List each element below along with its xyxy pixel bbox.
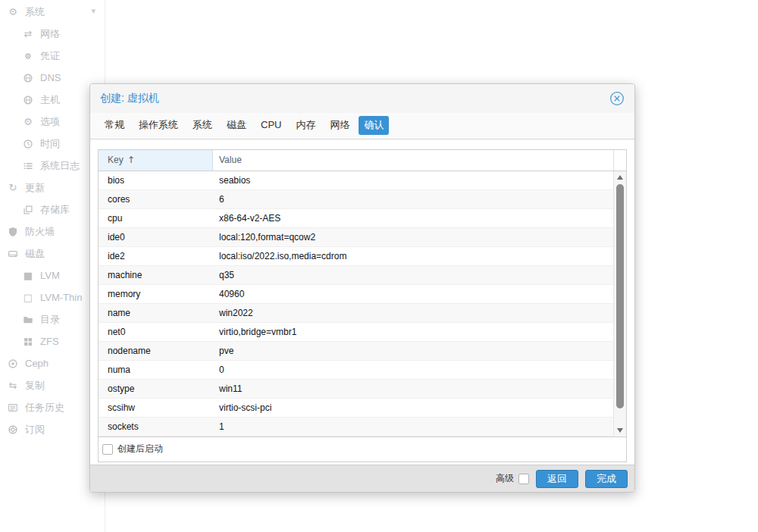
row-value: pve	[213, 346, 613, 356]
clock-icon	[21, 139, 35, 149]
create-vm-dialog: 创建: 虚拟机 常规操作系统系统磁盘CPU内存网络确认 Key ↑ Value	[89, 83, 635, 493]
sidebar-item-label: 网络	[40, 27, 60, 41]
table-row[interactable]: ide2local:iso/2022.iso,media=cdrom	[99, 247, 613, 266]
row-key: sockets	[99, 421, 213, 432]
tab-confirm[interactable]: 确认	[359, 116, 389, 135]
start-after-create-label: 创建后启动	[117, 443, 163, 455]
table-row[interactable]: biosseabios	[99, 171, 613, 190]
table-row[interactable]: cpux86-64-v2-AES	[99, 209, 613, 228]
network-swap-icon: ⇄	[21, 29, 35, 39]
tab-network[interactable]: 网络	[324, 116, 355, 135]
sidebar-item-label: DNS	[40, 72, 61, 83]
row-value: seabios	[213, 175, 613, 186]
certificate-icon	[21, 51, 35, 61]
disk-icon	[6, 249, 20, 259]
table-row[interactable]: numa0	[99, 361, 613, 380]
tab-os[interactable]: 操作系统	[133, 116, 183, 135]
grid-rows: biosseabioscores6cpux86-64-v2-AESide0loc…	[99, 171, 613, 437]
sidebar-item-label: 系统日志	[40, 159, 80, 173]
task-history-icon	[6, 402, 20, 413]
lifebuoy-icon	[6, 424, 20, 435]
grid-body: biosseabioscores6cpux86-64-v2-AESide0loc…	[99, 171, 626, 437]
tab-system[interactable]: 系统	[187, 116, 218, 135]
start-after-create-row: 创建后启动	[99, 437, 626, 462]
sidebar-item-system[interactable]: ⚙系统▾	[0, 1, 105, 23]
close-icon[interactable]	[609, 91, 625, 106]
confirm-grid-panel: Key ↑ Value biosseabioscores6cpux86-64-v…	[98, 149, 627, 462]
sidebar-item-label: 凭证	[40, 49, 60, 63]
column-header-key[interactable]: Key ↑	[99, 150, 213, 171]
row-key: net0	[99, 327, 213, 337]
copy-icon	[21, 205, 35, 215]
tab-cpu[interactable]: CPU	[255, 116, 287, 135]
sidebar-item-label: ZFS	[40, 336, 59, 347]
sidebar-item-label: 主机	[40, 93, 60, 107]
dialog-body: Key ↑ Value biosseabioscores6cpux86-64-v…	[90, 139, 634, 465]
table-row[interactable]: scsihwvirtio-scsi-pci	[99, 399, 613, 418]
row-value: 40960	[213, 289, 613, 299]
sidebar-item-label: 任务历史	[25, 401, 64, 415]
grid-header: Key ↑ Value	[99, 150, 626, 171]
table-row[interactable]: nodenamepve	[99, 342, 613, 361]
table-row[interactable]: namewin2022	[99, 304, 613, 323]
dialog-header: 创建: 虚拟机	[90, 84, 634, 113]
sidebar-item-label: 目录	[40, 313, 60, 327]
chevron-down-icon: ▾	[91, 7, 96, 15]
sidebar-item-label: 时间	[40, 137, 60, 151]
table-row[interactable]: cores6	[99, 190, 613, 209]
finish-button[interactable]: 完成	[585, 470, 628, 488]
table-row[interactable]: memory40960	[99, 285, 613, 304]
replication-icon: ⇆	[6, 380, 20, 390]
row-key: ide0	[99, 232, 213, 243]
grid-icon	[21, 336, 35, 347]
vertical-scrollbar[interactable]	[613, 171, 626, 437]
table-row[interactable]: ostypewin11	[99, 380, 613, 399]
scrollbar-thumb[interactable]	[616, 184, 624, 408]
row-value: 6	[213, 194, 613, 205]
row-value: local:120,format=qcow2	[213, 232, 613, 243]
sidebar-item-label: LVM-Thin	[40, 292, 82, 303]
row-key: ide2	[99, 251, 213, 261]
dialog-tabbar: 常规操作系统系统磁盘CPU内存网络确认	[90, 113, 634, 139]
sidebar-item-network[interactable]: ⇄网络	[0, 23, 105, 45]
row-key: scsihw	[99, 402, 213, 413]
table-row[interactable]: machineq35	[99, 266, 613, 285]
column-value-label: Value	[219, 155, 242, 165]
sidebar-item-label: 防火墙	[25, 225, 55, 239]
tab-disks[interactable]: 磁盘	[221, 116, 252, 135]
square-filled-icon: ■	[21, 271, 35, 280]
grid-header-spacer	[613, 150, 626, 171]
row-value: win11	[213, 383, 613, 394]
table-row[interactable]: net0virtio,bridge=vmbr1	[99, 323, 613, 342]
column-header-value[interactable]: Value	[213, 150, 613, 171]
scroll-down-icon[interactable]	[617, 428, 623, 433]
table-row[interactable]: ide0local:120,format=qcow2	[99, 228, 613, 247]
tab-general[interactable]: 常规	[99, 116, 130, 135]
sidebar-item-certificates[interactable]: 凭证	[0, 45, 105, 67]
folder-icon	[21, 315, 35, 325]
row-value: q35	[213, 270, 613, 280]
row-key: memory	[99, 289, 213, 299]
row-value: 0	[213, 365, 613, 375]
back-button[interactable]: 返回	[536, 470, 578, 488]
square-outline-icon: □	[21, 293, 35, 302]
row-key: machine	[99, 270, 213, 280]
globe-icon	[21, 95, 35, 105]
advanced-checkbox[interactable]	[518, 474, 529, 484]
sidebar-item-label: 选项	[40, 115, 60, 129]
row-key: cpu	[99, 213, 213, 224]
tab-memory[interactable]: 内存	[290, 116, 321, 135]
scroll-up-icon[interactable]	[617, 175, 623, 180]
start-after-create-checkbox[interactable]	[102, 444, 113, 455]
row-value: virtio,bridge=vmbr1	[213, 327, 613, 337]
ceph-icon	[6, 358, 20, 369]
row-key: cores	[99, 194, 213, 205]
row-value: local:iso/2022.iso,media=cdrom	[213, 251, 613, 261]
dialog-footer: 高级 返回 完成	[90, 465, 634, 492]
row-value: x86-64-v2-AES	[213, 213, 613, 224]
sidebar-item-label: 更新	[25, 181, 45, 195]
sidebar-item-label: Ceph	[25, 358, 49, 369]
table-row[interactable]: sockets1	[99, 418, 613, 437]
column-key-label: Key	[108, 155, 124, 165]
sidebar-item-label: 复制	[25, 379, 45, 393]
